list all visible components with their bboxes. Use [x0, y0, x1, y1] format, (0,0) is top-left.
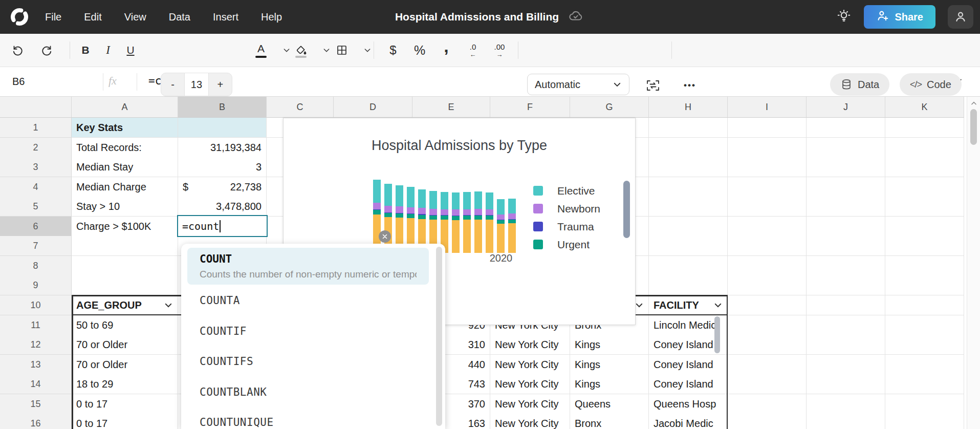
cell-A3[interactable]: Median Stay: [72, 157, 178, 177]
cell-I2[interactable]: [728, 138, 807, 158]
row-header-5[interactable]: 5: [0, 197, 72, 217]
cell-K11[interactable]: [885, 315, 964, 335]
row-header-15[interactable]: 15: [0, 394, 72, 414]
cell-I3[interactable]: [728, 157, 807, 177]
menu-insert[interactable]: Insert: [213, 11, 238, 23]
cell-A4[interactable]: Median Charge: [72, 177, 178, 197]
cell-F16[interactable]: New York City: [490, 414, 570, 429]
redo-button[interactable]: [36, 38, 58, 62]
cell-A2[interactable]: Total Records:: [72, 138, 178, 158]
cell-H16[interactable]: Jacobi Medic: [649, 414, 728, 429]
cell-A5[interactable]: Stay > 10: [72, 197, 178, 217]
autocomplete-item-selected[interactable]: COUNT Counts the number of non-empty num…: [187, 248, 429, 285]
cell-K9[interactable]: [885, 275, 964, 295]
font-size-decrease-button[interactable]: -: [161, 73, 184, 96]
row-header-6[interactable]: 6: [0, 217, 72, 237]
row-header-10[interactable]: 10: [0, 295, 72, 315]
cell-A6[interactable]: Charge > $100K: [72, 217, 178, 237]
vertical-scrollbar[interactable]: [967, 97, 980, 429]
cell-J15[interactable]: [807, 394, 885, 414]
cell-J1[interactable]: [807, 118, 885, 138]
cell-H14[interactable]: Coney Island: [649, 374, 728, 394]
more-options-button[interactable]: •••: [679, 74, 701, 97]
bold-button[interactable]: B: [74, 38, 97, 62]
cell-G13[interactable]: Kings: [570, 355, 649, 375]
cell-I10[interactable]: [728, 295, 807, 315]
document-title[interactable]: Hospital Admissions and Billing: [395, 11, 559, 23]
cell-J3[interactable]: [807, 157, 885, 177]
cell-A14[interactable]: 18 to 29: [72, 374, 178, 394]
cell-B5[interactable]: 3,478,800: [178, 197, 267, 217]
cell-K7[interactable]: [885, 236, 964, 256]
increase-decimals-button[interactable]: .00 →: [488, 38, 511, 62]
autocomplete-item-counta[interactable]: COUNTA: [200, 294, 240, 307]
cell-H3[interactable]: [649, 157, 728, 177]
app-logo-icon[interactable]: [8, 6, 31, 28]
account-avatar-button[interactable]: [948, 5, 973, 29]
cell-J9[interactable]: [807, 275, 885, 295]
cell-B3[interactable]: 3: [178, 157, 267, 177]
cell-I8[interactable]: [728, 256, 807, 276]
cell-H8[interactable]: [649, 256, 728, 276]
menu-help[interactable]: Help: [261, 11, 282, 23]
cell-H15[interactable]: Queens Hosp: [649, 394, 728, 414]
row-header-13[interactable]: 13: [0, 355, 72, 375]
cell-K1[interactable]: [885, 118, 964, 138]
row-header-4[interactable]: 4: [0, 177, 72, 197]
menu-view[interactable]: View: [124, 11, 146, 23]
row-header-11[interactable]: 11: [0, 315, 72, 335]
cell-K5[interactable]: [885, 197, 964, 217]
cell-K4[interactable]: [885, 177, 964, 197]
cell-H7[interactable]: [649, 236, 728, 256]
cell-H1[interactable]: [649, 118, 728, 138]
column-header-G[interactable]: G: [570, 97, 649, 118]
autocomplete-item-countunique[interactable]: COUNTUNIQUE: [200, 416, 274, 428]
code-panel-button[interactable]: </> Code: [900, 73, 962, 96]
cell-I5[interactable]: [728, 197, 807, 217]
column-header-D[interactable]: D: [334, 97, 412, 118]
fill-color-button[interactable]: [290, 38, 312, 62]
cell-H2[interactable]: [649, 138, 728, 158]
menu-data[interactable]: Data: [169, 11, 190, 23]
row-header-3[interactable]: 3: [0, 157, 72, 177]
cell-A8[interactable]: [72, 256, 178, 276]
font-size-value[interactable]: 13: [184, 73, 208, 96]
cell-J4[interactable]: [807, 177, 885, 197]
cell-K2[interactable]: [885, 138, 964, 158]
column-header-K[interactable]: K: [885, 97, 964, 118]
decrease-decimals-button[interactable]: .0 ←: [462, 38, 484, 62]
cell-K15[interactable]: [885, 394, 964, 414]
cell-K6[interactable]: [885, 217, 964, 237]
cell-J5[interactable]: [807, 197, 885, 217]
row-header-9[interactable]: 9: [0, 275, 72, 295]
cell-J11[interactable]: [807, 315, 885, 335]
autocomplete-scrollbar[interactable]: [436, 247, 442, 426]
cell-J12[interactable]: [807, 335, 885, 355]
cell-J6[interactable]: [807, 217, 885, 237]
cell-J7[interactable]: [807, 236, 885, 256]
undo-button[interactable]: [6, 38, 29, 62]
column-header-F[interactable]: F: [490, 97, 570, 118]
italic-button[interactable]: I: [97, 38, 119, 62]
active-cell-editor[interactable]: =count: [177, 215, 268, 237]
cell-J16[interactable]: [807, 414, 885, 429]
scroll-up-icon[interactable]: [970, 100, 978, 109]
column-filter-icon[interactable]: [164, 301, 173, 310]
cell-B4[interactable]: $22,738: [178, 177, 267, 197]
autocomplete-item-countifs[interactable]: COUNTIFS: [200, 355, 253, 368]
comma-format-button[interactable]: ,: [435, 38, 458, 62]
column-header-A[interactable]: A: [72, 97, 178, 118]
cell-K3[interactable]: [885, 157, 964, 177]
percent-format-button[interactable]: %: [408, 38, 431, 62]
cell-A9[interactable]: [72, 275, 178, 295]
cell-F15[interactable]: New York City: [490, 394, 570, 414]
cell-F14[interactable]: New York City: [490, 374, 570, 394]
cell-J10[interactable]: [807, 295, 885, 315]
table-scrollbar-thumb[interactable]: [714, 316, 720, 353]
column-header-C[interactable]: C: [267, 97, 334, 118]
autocomplete-item-countif[interactable]: COUNTIF: [200, 325, 247, 337]
cell-B1[interactable]: [178, 118, 267, 138]
borders-dropdown-icon[interactable]: [356, 38, 379, 62]
cell-G14[interactable]: Kings: [570, 374, 649, 394]
column-filter-icon[interactable]: [635, 301, 644, 310]
